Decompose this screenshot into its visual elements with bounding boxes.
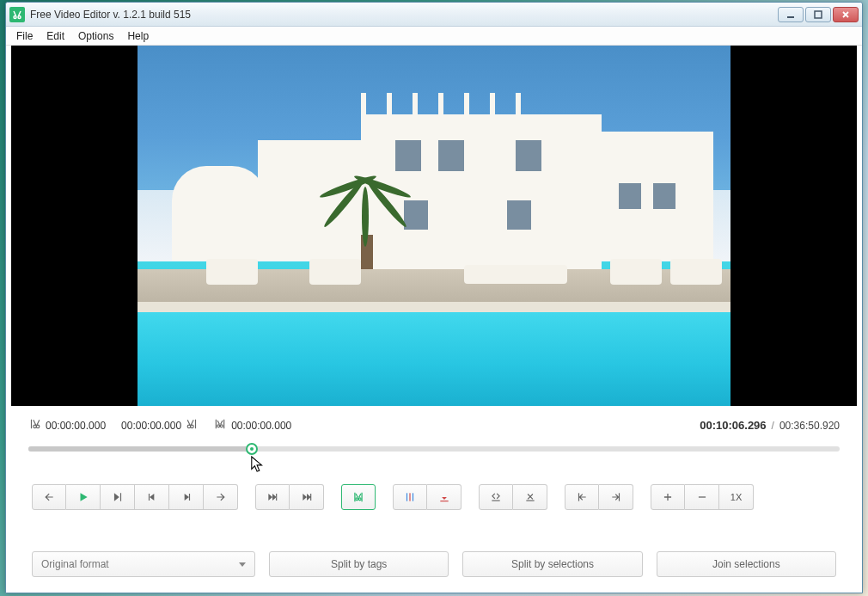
maximize-button[interactable] bbox=[805, 7, 831, 22]
current-time: 00:10:06.296 bbox=[700, 419, 766, 432]
svg-rect-12 bbox=[406, 493, 407, 501]
goto-start-button[interactable] bbox=[255, 484, 290, 510]
timeline-thumb[interactable] bbox=[246, 443, 258, 455]
skip-group bbox=[255, 484, 324, 510]
app-window: Free Video Editor v. 1.2.1 build 515 Fil… bbox=[5, 2, 863, 593]
trim-delete-button[interactable] bbox=[513, 484, 547, 510]
svg-point-0 bbox=[14, 15, 16, 18]
selection-end-bracket-icon bbox=[186, 418, 199, 433]
svg-point-1 bbox=[18, 15, 21, 18]
svg-rect-14 bbox=[413, 493, 413, 501]
titlebar[interactable]: Free Video Editor v. 1.2.1 build 515 bbox=[6, 3, 862, 27]
zoom-level-label: 1X bbox=[730, 492, 742, 502]
split-by-tags-button[interactable]: Split by tags bbox=[269, 551, 449, 577]
cut-marker-group: 00:00:00.000 bbox=[214, 418, 291, 433]
menu-options[interactable]: Options bbox=[71, 28, 120, 44]
window-title: Free Video Editor v. 1.2.1 build 515 bbox=[30, 9, 778, 21]
play-to-end-button[interactable] bbox=[101, 484, 135, 510]
transport-row: 1X bbox=[28, 484, 840, 510]
play-button[interactable] bbox=[66, 484, 101, 510]
menubar: File Edit Options Help bbox=[6, 27, 862, 46]
menu-file[interactable]: File bbox=[9, 28, 40, 44]
goto-end-button[interactable] bbox=[290, 484, 324, 510]
cut-marker-time: 00:00:00.000 bbox=[231, 420, 291, 432]
menu-help[interactable]: Help bbox=[120, 28, 156, 44]
svg-point-8 bbox=[217, 425, 220, 427]
window-controls bbox=[778, 7, 859, 22]
save-marker-button[interactable] bbox=[427, 484, 462, 510]
svg-point-9 bbox=[220, 425, 223, 427]
cut-group bbox=[341, 484, 376, 510]
trim-group bbox=[479, 484, 547, 510]
zoom-group: 1X bbox=[651, 484, 754, 510]
svg-rect-17 bbox=[526, 501, 534, 501]
menu-edit[interactable]: Edit bbox=[40, 28, 71, 44]
zoom-reset-button[interactable]: 1X bbox=[719, 484, 754, 510]
step-forward-button[interactable] bbox=[204, 484, 238, 510]
svg-point-10 bbox=[356, 498, 358, 501]
svg-rect-16 bbox=[492, 501, 499, 501]
timeline-slider[interactable] bbox=[28, 446, 840, 452]
controls-panel: 00:00:00.000 00:00:00.000 00:00:00.000 0… bbox=[6, 406, 862, 593]
trim-insert-button[interactable] bbox=[479, 484, 513, 510]
cut-button[interactable] bbox=[341, 484, 376, 510]
selection-end-group: 00:00:00.000 bbox=[121, 418, 199, 433]
selection-start-time: 00:00:00.000 bbox=[46, 420, 106, 432]
next-frame-button[interactable] bbox=[169, 484, 204, 510]
set-markers-button[interactable] bbox=[393, 484, 427, 510]
svg-point-11 bbox=[358, 498, 361, 501]
jump-sel-end-button[interactable] bbox=[599, 484, 633, 510]
video-preview-area bbox=[11, 46, 857, 406]
marker-group bbox=[393, 484, 462, 510]
time-row: 00:00:00.000 00:00:00.000 00:00:00.000 0… bbox=[28, 418, 840, 433]
jump-group bbox=[565, 484, 633, 510]
cut-marker-icon bbox=[214, 418, 226, 433]
app-icon bbox=[9, 7, 25, 22]
join-selections-button[interactable]: Join selections bbox=[657, 551, 836, 577]
close-button[interactable] bbox=[833, 7, 859, 22]
video-frame[interactable] bbox=[138, 46, 730, 406]
svg-rect-2 bbox=[787, 16, 794, 18]
step-back-button[interactable] bbox=[32, 484, 66, 510]
mouse-cursor-icon bbox=[250, 455, 266, 477]
timeline-fill bbox=[28, 446, 252, 452]
playback-group bbox=[32, 484, 238, 510]
output-format-label: Original format bbox=[41, 558, 109, 570]
output-format-select[interactable]: Original format bbox=[32, 551, 255, 577]
zoom-out-button[interactable] bbox=[685, 484, 719, 510]
svg-point-5 bbox=[36, 425, 40, 428]
selection-end-time: 00:00:00.000 bbox=[121, 420, 181, 432]
jump-sel-start-button[interactable] bbox=[565, 484, 599, 510]
selection-start-bracket-icon bbox=[28, 418, 40, 433]
svg-point-7 bbox=[191, 425, 194, 428]
split-by-selections-button[interactable]: Split by selections bbox=[462, 551, 642, 577]
time-separator: / bbox=[772, 420, 774, 432]
playhead-time-group: 00:10:06.296 / 00:36:50.920 bbox=[700, 419, 840, 432]
total-time: 00:36:50.920 bbox=[779, 420, 840, 432]
zoom-in-button[interactable] bbox=[651, 484, 685, 510]
minimize-button[interactable] bbox=[778, 7, 804, 22]
selection-start-group: 00:00:00.000 bbox=[28, 418, 106, 433]
bottom-row: Original format Split by tags Split by s… bbox=[28, 551, 840, 577]
svg-rect-13 bbox=[409, 493, 410, 501]
svg-rect-3 bbox=[815, 11, 822, 18]
svg-rect-15 bbox=[440, 501, 448, 501]
prev-frame-button[interactable] bbox=[135, 484, 169, 510]
